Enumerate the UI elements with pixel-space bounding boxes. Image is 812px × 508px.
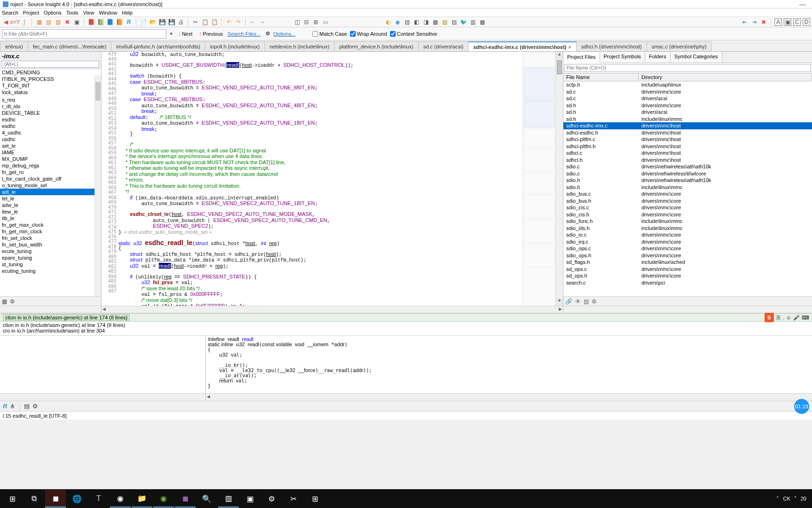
bottom-hscroll[interactable]: ◀ — [0, 393, 812, 401]
file-row[interactable]: sdio_bus.cdrivers\mmc\core — [563, 190, 812, 198]
task-cut-icon[interactable]: ✂ — [283, 490, 304, 508]
task-search-icon[interactable]: 🔍 — [196, 490, 217, 508]
tab-folders[interactable]: Folders — [645, 52, 671, 63]
redo-icon[interactable]: ↷ — [234, 18, 242, 26]
p10-icon[interactable]: ▥ — [469, 18, 476, 26]
file-row[interactable]: sdio_ids.hinclude\linux\mmc — [563, 225, 812, 232]
book2-icon[interactable]: 📗 — [97, 18, 104, 26]
layout1-icon[interactable]: ▦ — [35, 18, 43, 26]
symbol-item[interactable]: fn_set_bus_width — [0, 241, 101, 248]
editor-hscroll[interactable]: ◀▶ — [0, 306, 812, 313]
relation-r-icon[interactable]: R — [3, 403, 7, 410]
book3-icon[interactable]: 📘 — [106, 18, 114, 26]
document-tab[interactable]: smsc.c (drivers\net\phy) — [647, 41, 712, 51]
symbol-item[interactable]: fn_get_min_clock — [0, 228, 101, 235]
paste-icon[interactable]: 📋 — [211, 18, 218, 26]
context-code[interactable]: #define readl readl static inline u32 re… — [206, 336, 812, 393]
symbol-item[interactable]: itew_le — [0, 208, 101, 215]
split-b-icon[interactable]: ⊞ — [312, 18, 320, 26]
symbol-item[interactable]: 4_usdhc — [0, 129, 101, 136]
p3-icon[interactable]: ▤ — [403, 18, 411, 26]
file-row[interactable]: sdio_ops.hdrivers\mmc\core — [563, 252, 812, 259]
symbol-item[interactable]: T_FOR_INT — [0, 82, 101, 89]
minimize-button[interactable]: — — [796, 0, 809, 8]
file-row[interactable]: sd.hdrivers\mmc\core — [563, 102, 812, 109]
document-tab[interactable]: netdevice.h (include\linux) — [265, 41, 335, 51]
menu-view[interactable]: View — [83, 10, 94, 16]
task-taskview-icon[interactable]: ⧉ — [23, 490, 44, 508]
col-filename[interactable]: File Name — [563, 73, 639, 81]
doc-icon[interactable]: ▤ — [584, 298, 589, 305]
code-editor[interactable]: 4394404414424434444454464474484494504514… — [102, 52, 563, 306]
layout2-icon[interactable]: ▤ — [45, 18, 52, 26]
file-row[interactable]: sdhci-esdhc-imx.cdrivers\mmc\host — [563, 122, 812, 129]
p6-icon[interactable]: ▦ — [431, 18, 439, 26]
file-row[interactable]: sdhci-pltfm.cdrivers\mmc\host — [563, 136, 812, 143]
tab-symbol-categories[interactable]: Symbol Categories — [671, 52, 722, 63]
layout-close-icon[interactable]: ✖ — [63, 18, 71, 26]
file-row[interactable]: sdio.hinclude\linux\mmc — [563, 184, 812, 191]
file-row[interactable]: sdio_cis.cdrivers\mmc\core — [563, 204, 812, 211]
task-explorer-icon[interactable]: 📁 — [132, 490, 152, 508]
symbol-item[interactable]: lock_status — [0, 89, 101, 95]
symbol-item[interactable]: t_for_card_clock_gate_off — [0, 175, 101, 182]
p4-icon[interactable]: ◧ — [413, 18, 420, 26]
task-app4-icon[interactable]: ▣ — [240, 490, 260, 508]
emoji-icon[interactable]: ☺ — [786, 315, 791, 320]
symbol-item[interactable]: fm_set_clock — [0, 235, 101, 241]
symbol-item[interactable]: esdhc — [0, 123, 101, 129]
file-row[interactable]: sdio.cdrivers\net\wireless\ti\wlcore — [563, 170, 812, 177]
menu-options[interactable]: Options — [44, 10, 62, 16]
task-text-icon[interactable]: T — [88, 490, 109, 508]
file-row[interactable]: sd_ops.hdrivers\mmc\core — [563, 272, 812, 279]
document-tab[interactable]: sd.c (drivers\scsi) — [418, 41, 469, 51]
editor-scrollbar[interactable]: ▲ ▼ — [555, 52, 563, 306]
layout3-icon[interactable]: ▥ — [54, 18, 62, 26]
file-row[interactable]: sd_flags.hinclude\linux\sched — [563, 259, 812, 266]
symbol-item[interactable]: fn_get_max_clock — [0, 222, 101, 228]
split-h-icon[interactable]: ◫ — [293, 18, 301, 26]
doc-icon[interactable]: ▤ — [24, 403, 30, 410]
file-row[interactable]: sd_ops.cdrivers\mmc\core — [563, 266, 812, 273]
code-area[interactable]: u32 buswidth, auto_tune_buswidth; buswid… — [118, 52, 523, 306]
file-row[interactable]: sdio_bus.hdrivers\mmc\core — [563, 198, 812, 205]
tray-keyboard[interactable]: CK — [783, 496, 790, 501]
book1-icon[interactable]: 📕 — [87, 18, 95, 26]
new-icon[interactable]: 📄 — [140, 18, 147, 26]
p7-icon[interactable]: ▥ — [441, 18, 448, 26]
nav-right-icon[interactable]: → — [258, 18, 266, 26]
file-table-body[interactable]: sctp.hinclude\uapi\linuxsd.cdrivers\mmc\… — [563, 81, 812, 296]
indent-right-icon[interactable]: ⇥ — [750, 18, 758, 26]
symbol-item[interactable]: MX_DUMP — [0, 156, 101, 162]
previous-button[interactable]: ↑Previous — [197, 30, 225, 38]
task-calculator-icon[interactable]: ⊞ — [2, 490, 23, 508]
symbol-item[interactable]: usdhc — [0, 136, 101, 143]
file-row[interactable]: sdhci.hdrivers\mmc\host — [563, 157, 812, 164]
p11-icon[interactable]: ▦ — [478, 18, 486, 26]
symbol-item[interactable]: mp_debug_regs — [0, 162, 101, 169]
document-tab[interactable]: sdhci-esdhc-imx.c (drivers\mmc\host)× — [468, 41, 577, 52]
symbol-item[interactable]: fn_get_ro — [0, 169, 101, 175]
print-icon[interactable]: 🖨 — [177, 18, 185, 26]
symbol-item[interactable]: DEVICE_TABLE — [0, 110, 101, 116]
file-row[interactable]: sdio_ops.cdrivers\mmc\core — [563, 245, 812, 252]
symbol-search-input[interactable] — [2, 61, 99, 68]
file-row[interactable]: sdio_io.cdrivers\mmc\core — [563, 231, 812, 238]
gear-icon[interactable] — [32, 403, 38, 410]
link-icon[interactable]: 🔗 — [565, 298, 572, 305]
split-single-icon[interactable]: ▭ — [321, 18, 329, 26]
symbol-item[interactable]: esdhc — [0, 116, 101, 123]
menu-tools[interactable]: Tools — [66, 10, 78, 16]
tray-ime[interactable]: 英 — [776, 314, 781, 321]
menu-project[interactable]: Project — [23, 10, 39, 16]
task-grid-icon[interactable]: ⊞ — [304, 490, 325, 508]
menu-window[interactable]: Window — [99, 10, 117, 16]
letter-b-icon[interactable]: ▣ — [784, 18, 791, 26]
symbol-item[interactable]: ITIBLK_IN_PROCESS — [0, 76, 101, 82]
nav-code-icon[interactable]: x+Y — [11, 18, 19, 26]
symbol-item[interactable]: ecuting_tuning — [0, 268, 101, 274]
document-tab[interactable]: fec_main.c (drivers\...\freescale) — [28, 41, 112, 51]
task-app2-icon[interactable]: 🌐 — [67, 490, 87, 508]
file-row[interactable]: sctp.hinclude\uapi\linux — [563, 81, 812, 88]
symbol-item[interactable]: itb_le — [0, 215, 101, 222]
